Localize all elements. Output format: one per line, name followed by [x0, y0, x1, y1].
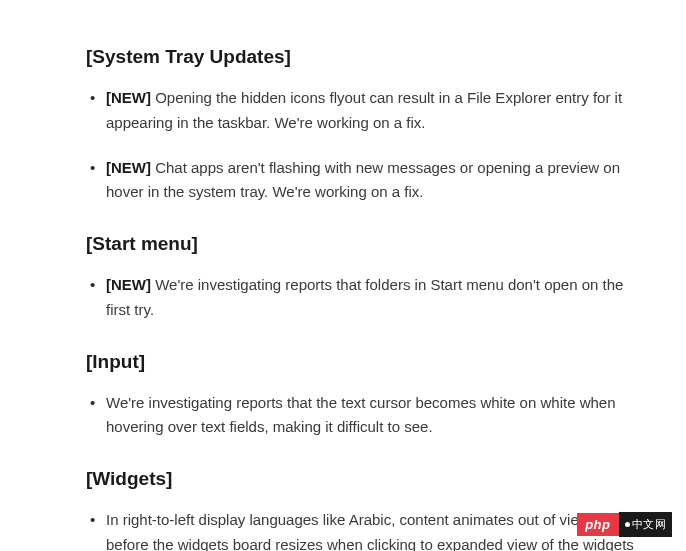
list-start-menu: [NEW] We're investigating reports that f…	[86, 273, 636, 323]
new-tag: [NEW]	[106, 276, 151, 293]
item-text: Chat apps aren't flashing with new messa…	[106, 159, 620, 201]
section-heading-start-menu: [Start menu]	[86, 233, 636, 255]
section-heading-system-tray: [System Tray Updates]	[86, 46, 636, 68]
list-input: We're investigating reports that the tex…	[86, 391, 636, 441]
list-item: [NEW] Opening the hidden icons flyout ca…	[106, 86, 636, 136]
new-tag: [NEW]	[106, 159, 151, 176]
item-text: We're investigating reports that the tex…	[106, 394, 616, 436]
php-badge: php	[577, 513, 618, 536]
cn-badge: 中文网	[619, 512, 673, 537]
list-item: [NEW] Chat apps aren't flashing with new…	[106, 156, 636, 206]
item-text: Opening the hidden icons flyout can resu…	[106, 89, 622, 131]
cn-text: 中文网	[632, 517, 667, 532]
list-item: We're investigating reports that the tex…	[106, 391, 636, 441]
list-system-tray: [NEW] Opening the hidden icons flyout ca…	[86, 86, 636, 205]
item-text: We're investigating reports that folders…	[106, 276, 623, 318]
new-tag: [NEW]	[106, 89, 151, 106]
dot-icon	[625, 522, 630, 527]
item-text: In right-to-left display languages like …	[106, 511, 634, 551]
list-item: In right-to-left display languages like …	[106, 508, 636, 551]
section-heading-input: [Input]	[86, 351, 636, 373]
list-item: [NEW] We're investigating reports that f…	[106, 273, 636, 323]
section-heading-widgets: [Widgets]	[86, 468, 636, 490]
list-widgets: In right-to-left display languages like …	[86, 508, 636, 551]
footer-badge: php 中文网	[577, 512, 672, 537]
